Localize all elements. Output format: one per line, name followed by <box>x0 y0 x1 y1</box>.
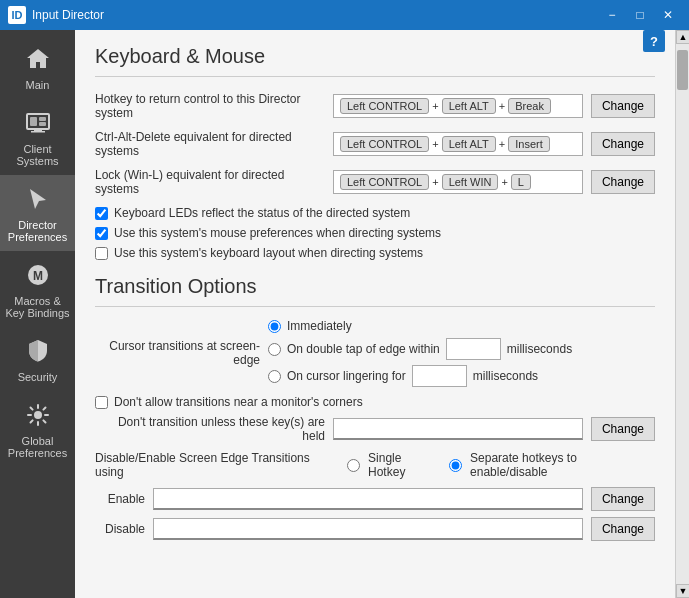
sidebar-label-main: Main <box>26 79 50 91</box>
sidebar-item-security[interactable]: Security <box>0 327 75 391</box>
key-badge: Left ALT <box>442 98 496 114</box>
sidebar-label-macros: Macros & Key Bindings <box>4 295 71 319</box>
svg-text:M: M <box>33 269 43 283</box>
keyboard-mouse-title: Keyboard & Mouse <box>95 45 655 77</box>
single-hotkey-label: Single Hotkey <box>368 451 441 479</box>
radio-lingering[interactable] <box>268 370 281 383</box>
hotkey-row-1: Ctrl-Alt-Delete equivalent for directed … <box>95 130 655 158</box>
disable-enable-label: Disable/Enable Screen Edge Transitions u… <box>95 451 339 479</box>
disable-enable-row: Disable/Enable Screen Edge Transitions u… <box>95 451 655 479</box>
keys-held-input[interactable] <box>333 418 583 440</box>
separate-hotkeys-label: Separate hotkeys to enable/disable <box>470 451 655 479</box>
disable-label: Disable <box>95 522 145 536</box>
svg-rect-2 <box>31 131 45 133</box>
radio-single-hotkey[interactable] <box>347 459 360 472</box>
svg-rect-5 <box>39 122 46 126</box>
window-controls: − □ ✕ <box>599 4 681 26</box>
scrollbar-up-arrow[interactable]: ▲ <box>676 30 689 44</box>
disable-input[interactable] <box>153 518 583 540</box>
key-badge: Left CONTROL <box>340 174 429 190</box>
hotkey-row-0: Hotkey to return control to this Directo… <box>95 92 655 120</box>
checkbox-keyboard[interactable] <box>95 247 108 260</box>
disable-row: Disable Change <box>95 517 655 541</box>
keyboard-mouse-section: Keyboard & Mouse Hotkey to return contro… <box>95 45 655 260</box>
gear-icon <box>22 399 54 431</box>
enable-label: Enable <box>95 492 145 506</box>
checkbox-row-keyboard: Use this system's keyboard layout when d… <box>95 246 655 260</box>
checkbox-row-mouse: Use this system's mouse preferences when… <box>95 226 655 240</box>
radio-double-tap-row: On double tap of edge within millisecond… <box>268 338 572 360</box>
svg-point-8 <box>34 411 42 419</box>
checkbox-led[interactable] <box>95 207 108 220</box>
change-button-2[interactable]: Change <box>591 170 655 194</box>
keys-held-change-button[interactable]: Change <box>591 417 655 441</box>
macro-icon: M <box>22 259 54 291</box>
key-badge: L <box>511 174 531 190</box>
sidebar-item-main[interactable]: Main <box>0 35 75 99</box>
sidebar-item-global[interactable]: Global Preferences <box>0 391 75 467</box>
hotkey-keys-2: Left CONTROL + Left WIN + L <box>333 170 583 194</box>
keys-held-label: Don't transition unless these key(s) are… <box>95 415 325 443</box>
enable-row: Enable Change <box>95 487 655 511</box>
hotkey-label-2: Lock (Win-L) equivalent for directed sys… <box>95 168 325 196</box>
key-badge: Left CONTROL <box>340 136 429 152</box>
no-corners-row: Don't allow transitions near a monitor's… <box>95 395 655 409</box>
double-tap-ms-label: milliseconds <box>507 342 572 356</box>
enable-input[interactable] <box>153 488 583 510</box>
monitor-icon <box>22 107 54 139</box>
transition-options-title: Transition Options <box>95 275 655 307</box>
checkbox-label-led: Keyboard LEDs reflect the status of the … <box>114 206 410 220</box>
hotkey-keys-1: Left CONTROL + Left ALT + Insert <box>333 132 583 156</box>
radio-double-tap-label: On double tap of edge within <box>287 342 440 356</box>
enable-change-button[interactable]: Change <box>591 487 655 511</box>
sidebar-item-client-systems[interactable]: Client Systems <box>0 99 75 175</box>
checkbox-mouse[interactable] <box>95 227 108 240</box>
double-tap-input[interactable] <box>446 338 501 360</box>
svg-rect-4 <box>39 117 46 121</box>
hotkey-row-2: Lock (Win-L) equivalent for directed sys… <box>95 168 655 196</box>
disable-change-button[interactable]: Change <box>591 517 655 541</box>
content-area: ? Keyboard & Mouse Hotkey to return cont… <box>75 30 675 598</box>
change-button-1[interactable]: Change <box>591 132 655 156</box>
titlebar: ID Input Director − □ ✕ <box>0 0 689 30</box>
checkbox-row-led: Keyboard LEDs reflect the status of the … <box>95 206 655 220</box>
hotkey-keys-0: Left CONTROL + Left ALT + Break <box>333 94 583 118</box>
sidebar-label-director-preferences: Director Preferences <box>4 219 71 243</box>
checkbox-label-keyboard: Use this system's keyboard layout when d… <box>114 246 423 260</box>
hotkey-label-0: Hotkey to return control to this Directo… <box>95 92 325 120</box>
key-badge: Insert <box>508 136 550 152</box>
radio-immediately-row: Immediately <box>268 319 572 333</box>
help-button[interactable]: ? <box>643 30 665 52</box>
key-badge: Break <box>508 98 551 114</box>
radio-lingering-label: On cursor lingering for <box>287 369 406 383</box>
radio-immediately-label: Immediately <box>287 319 352 333</box>
radio-separate-hotkeys[interactable] <box>449 459 462 472</box>
maximize-button[interactable]: □ <box>627 4 653 26</box>
home-icon <box>22 43 54 75</box>
app-title: Input Director <box>32 8 599 22</box>
sidebar-item-macros[interactable]: M Macros & Key Bindings <box>0 251 75 327</box>
close-button[interactable]: ✕ <box>655 4 681 26</box>
lingering-input[interactable] <box>412 365 467 387</box>
minimize-button[interactable]: − <box>599 4 625 26</box>
scrollbar-thumb[interactable] <box>677 50 688 90</box>
key-badge: Left CONTROL <box>340 98 429 114</box>
radio-lingering-row: On cursor lingering for milliseconds <box>268 365 572 387</box>
cursor-transition-label: Cursor transitions at screen-edge <box>95 339 260 367</box>
scrollbar-down-arrow[interactable]: ▼ <box>676 584 689 598</box>
keys-held-row: Don't transition unless these key(s) are… <box>95 415 655 443</box>
radio-immediately[interactable] <box>268 320 281 333</box>
checkbox-no-corners[interactable] <box>95 396 108 409</box>
cursor-icon <box>22 183 54 215</box>
svg-rect-3 <box>30 117 37 126</box>
hotkey-label-1: Ctrl-Alt-Delete equivalent for directed … <box>95 130 325 158</box>
sidebar: Main Client Systems Direc <box>0 30 75 598</box>
radio-double-tap[interactable] <box>268 343 281 356</box>
key-badge: Left ALT <box>442 136 496 152</box>
change-button-0[interactable]: Change <box>591 94 655 118</box>
cursor-transition-row: Cursor transitions at screen-edge Immedi… <box>95 319 655 387</box>
sidebar-item-director-preferences[interactable]: Director Preferences <box>0 175 75 251</box>
scrollbar[interactable]: ▲ ▼ <box>675 30 689 598</box>
sidebar-label-security: Security <box>18 371 58 383</box>
no-corners-label: Don't allow transitions near a monitor's… <box>114 395 363 409</box>
